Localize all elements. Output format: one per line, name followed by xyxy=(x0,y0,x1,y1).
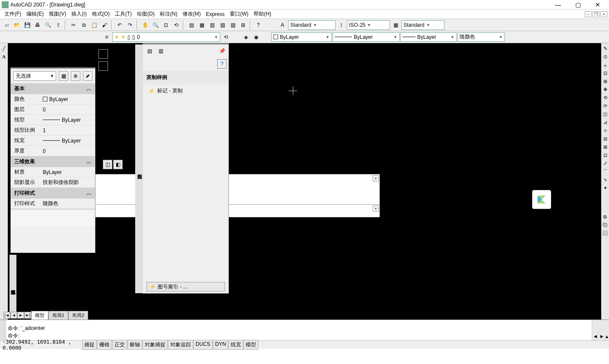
rtool-4-icon[interactable]: ⊡ xyxy=(602,70,609,76)
lineweight-dropdown[interactable]: ByLayer▼ xyxy=(400,32,457,42)
menu-express[interactable]: Express xyxy=(203,11,227,17)
minimize-button[interactable]: — xyxy=(552,1,564,9)
rtool-12-icon[interactable]: ⊟ xyxy=(602,135,609,142)
close-button[interactable]: ✕ xyxy=(592,1,604,9)
tab-nav-prev[interactable]: ◄ xyxy=(10,312,17,319)
property-value[interactable]: 1 xyxy=(41,127,95,133)
ssm-icon[interactable]: ▧ xyxy=(218,20,227,30)
vbtn1-icon[interactable]: ◫ xyxy=(103,160,112,169)
property-value[interactable]: 0 xyxy=(41,107,95,113)
mdi-close[interactable]: × xyxy=(600,11,607,17)
qnew-icon[interactable]: ▱ xyxy=(2,20,11,30)
textstyle-icon[interactable]: A xyxy=(278,20,287,30)
menu-insert[interactable]: 插入(I) xyxy=(69,10,89,18)
dc-desc-close-icon[interactable]: × xyxy=(373,206,379,212)
property-row[interactable]: 厚度0 xyxy=(11,146,95,156)
section-basic[interactable]: 基本︽ xyxy=(11,83,95,94)
menu-tools[interactable]: 工具(T) xyxy=(112,10,134,18)
menu-format[interactable]: 格式(O) xyxy=(89,10,112,18)
plotstyle-dropdown[interactable]: 随颜色▼ xyxy=(457,32,505,42)
rtool-13-icon[interactable]: ⊞ xyxy=(602,143,609,150)
text-tool-icon[interactable]: A xyxy=(0,53,7,60)
pickadd-icon[interactable]: ⊕ xyxy=(71,71,80,81)
help-icon[interactable]: ? xyxy=(254,20,263,30)
rtool2-2-icon[interactable]: ⿻ xyxy=(602,222,609,228)
property-row[interactable]: 线型ByLayer xyxy=(11,115,95,125)
markup-icon[interactable]: ▨ xyxy=(228,20,238,30)
menu-file[interactable]: 文件(F) xyxy=(2,10,24,18)
status-toggle-正交[interactable]: 正交 xyxy=(112,340,127,350)
layertools-icon[interactable]: ◈ xyxy=(241,32,251,42)
mdi-minimize[interactable]: – xyxy=(585,11,592,17)
dc-preview-close-icon[interactable]: × xyxy=(373,175,379,181)
rtool-18-icon[interactable]: ✦ xyxy=(602,184,609,191)
rtool2-1-icon[interactable]: ⧉ xyxy=(602,213,609,220)
rtool-10-icon[interactable]: ⊿ xyxy=(602,119,609,126)
redo-icon[interactable]: ↷ xyxy=(125,20,135,30)
tab-model[interactable]: 模型 xyxy=(31,311,48,320)
status-toggle-对象捕捉[interactable]: 对象捕捉 xyxy=(143,340,168,350)
cmd-prompt[interactable]: 命令: xyxy=(8,332,590,339)
menu-window[interactable]: 窗口(W) xyxy=(227,10,251,18)
rtool-11-icon[interactable]: ⊹ xyxy=(602,127,609,134)
section-print[interactable]: 打印样式︽ xyxy=(11,188,95,199)
text-style-dropdown[interactable]: Standard▼ xyxy=(288,20,336,30)
rtool-5-icon[interactable]: ⊞ xyxy=(602,78,609,85)
rtool-6-icon[interactable]: ✥ xyxy=(602,86,609,93)
menu-draw[interactable]: 绘图(D) xyxy=(134,10,157,18)
tab-nav-first[interactable]: |◄ xyxy=(3,312,10,319)
tab-nav-next[interactable]: ► xyxy=(17,312,24,319)
zoom-win-icon[interactable]: ⊡ xyxy=(161,20,171,30)
status-toggle-DYN[interactable]: DYN xyxy=(213,340,228,350)
rtool-14-icon[interactable]: ⊡ xyxy=(602,152,609,158)
ss-btn2-icon[interactable]: ▥ xyxy=(156,46,165,56)
status-toggle-极轴[interactable]: 极轴 xyxy=(127,340,142,350)
vbtn2-icon[interactable]: ◧ xyxy=(113,160,123,169)
color-dropdown[interactable]: ByLayer▼ xyxy=(271,32,332,42)
publish-icon[interactable]: ⇪ xyxy=(54,20,63,30)
linetype-dropdown[interactable]: ByLayer▼ xyxy=(333,32,400,42)
rtool-3-icon[interactable]: ⟁ xyxy=(602,61,609,68)
open-icon[interactable]: 📂 xyxy=(12,20,22,30)
rtool-9-icon[interactable]: ◫ xyxy=(602,111,609,117)
menu-view[interactable]: 视图(V) xyxy=(46,10,69,18)
match-icon[interactable]: 🖌 xyxy=(100,20,109,30)
plot-icon[interactable]: 🖶 xyxy=(33,20,42,30)
sheet-item[interactable]: ⚡标记 - 英制 xyxy=(143,85,228,97)
property-row[interactable]: 线宽ByLayer xyxy=(11,136,95,146)
selectobj-icon[interactable]: ⬈ xyxy=(83,71,92,81)
ss-pin-icon[interactable]: 📌 xyxy=(217,46,227,56)
quickselect-icon[interactable]: ▦ xyxy=(59,71,68,81)
dimstyle-icon[interactable]: ⟟ xyxy=(336,20,346,30)
ss-help-icon[interactable]: ? xyxy=(217,59,227,69)
paste-icon[interactable]: 📋 xyxy=(89,20,99,30)
status-toggle-线宽[interactable]: 线宽 xyxy=(228,340,243,350)
rtool-17-icon[interactable]: ∿ xyxy=(602,176,609,183)
mdi-restore[interactable]: ❐ xyxy=(593,11,599,17)
ws-btn2-icon[interactable]: ⊞ xyxy=(98,61,108,71)
property-row[interactable]: 线型比例1 xyxy=(11,125,95,136)
property-row[interactable]: 材质ByLayer xyxy=(11,167,95,177)
property-value[interactable]: 0 xyxy=(41,148,95,154)
pan-icon[interactable]: ✋ xyxy=(140,20,150,30)
rtool-7-icon[interactable]: ⟲ xyxy=(602,94,609,101)
zoom-prev-icon[interactable]: ⟲ xyxy=(171,20,181,30)
tp-icon[interactable]: ▥ xyxy=(207,20,217,30)
property-value[interactable]: ByLayer xyxy=(41,117,95,123)
property-value[interactable]: 投射和接收阴影 xyxy=(41,179,95,186)
save-icon[interactable]: 💾 xyxy=(22,20,32,30)
property-value[interactable]: ByLayer xyxy=(41,169,95,175)
dim-style-dropdown[interactable]: ISO-25▼ xyxy=(347,20,390,30)
layer-mgr-icon[interactable]: ≡ xyxy=(102,32,111,42)
rtool-15-icon[interactable]: ⤢ xyxy=(602,160,609,167)
rtool-2-icon[interactable]: ⊙ xyxy=(602,53,609,60)
rtool2-3-icon[interactable]: ⿴ xyxy=(602,230,609,237)
rtool-8-icon[interactable]: ⟳ xyxy=(602,102,609,109)
floating-logo-icon[interactable] xyxy=(532,190,551,209)
rtool-1-icon[interactable]: ✎ xyxy=(602,45,609,52)
cmdline-handle[interactable] xyxy=(0,320,6,340)
command-line[interactable]: 命令: '_adcenter 命令: ◄►▴ xyxy=(0,320,609,340)
status-toggle-模型[interactable]: 模型 xyxy=(244,340,258,350)
selection-dropdown[interactable]: 无选择▼ xyxy=(13,71,56,81)
tablestyle-icon[interactable]: ▦ xyxy=(391,20,400,30)
